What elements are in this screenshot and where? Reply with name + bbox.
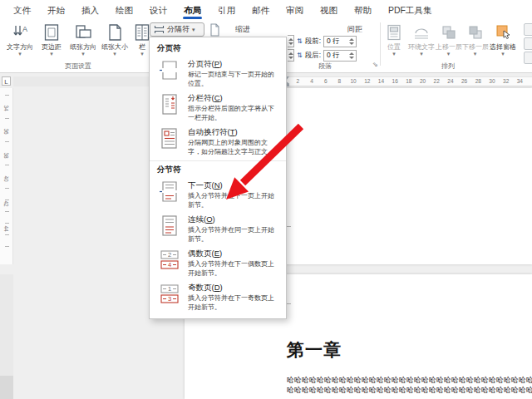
svg-text:1: 1	[168, 285, 171, 293]
document-icon	[209, 23, 220, 37]
tab-draw[interactable]: 绘图	[107, 0, 141, 20]
arrange-group-label: 排列	[382, 62, 515, 71]
breaks-icon	[154, 24, 165, 35]
paper-size-icon	[100, 22, 130, 43]
spacing-after-label: 段后:	[305, 51, 321, 61]
text-direction-icon: A	[5, 22, 35, 43]
paragraph-group-label: 段落	[279, 62, 371, 71]
menu-item-next-page[interactable]: 下一页(N) 插入分节符并在下一页上开始新节。	[150, 178, 286, 212]
wrap-text-button[interactable]: 环绕文字 ▾	[408, 22, 435, 57]
paragraph-dialog-launcher[interactable]: ⇘	[372, 61, 378, 68]
breaks-dropdown-menu: 分页符 分页符(P) 标记一页结束与下一页开始的位置。 分栏符(C) 指示分栏	[149, 37, 287, 319]
page-break-icon	[159, 59, 180, 81]
menu-item-column-break[interactable]: 分栏符(C) 指示分栏符后面的文字将从下一栏开始。	[150, 91, 286, 125]
body-text-line[interactable]: 哈哈哈哈哈哈哈哈哈哈哈哈哈哈哈哈哈哈哈哈哈哈哈哈哈哈哈哈哈哈哈哈哈哈哈哈	[287, 385, 532, 395]
menu-item-odd-page[interactable]: 1 3 奇数页(D) 插入分节符并在下一奇数页上开始新节。	[150, 280, 286, 314]
paper-size-button[interactable]: 纸张大小 ▾	[100, 22, 130, 57]
increment-icon[interactable]	[349, 38, 354, 41]
continuous-section-break-icon	[159, 214, 180, 237]
bring-forward-icon	[436, 22, 461, 43]
spacing-before-label: 段前:	[305, 37, 321, 47]
page-breaks-section-header: 分页符	[150, 40, 286, 57]
tab-references[interactable]: 引用	[209, 0, 244, 20]
tab-selector[interactable]: L	[2, 76, 11, 86]
rotate-button[interactable]	[524, 52, 532, 64]
chevron-down-icon: ▾	[489, 51, 517, 57]
position-button[interactable]: 位置 ▾	[382, 22, 406, 57]
bring-forward-button[interactable]: 上移一层 ▾	[436, 22, 461, 57]
menu-item-page-break[interactable]: 分页符(P) 标记一页结束与下一页开始的位置。	[150, 57, 286, 91]
tab-view[interactable]: 视图	[312, 0, 346, 20]
page-setup-group-label: 页面设置	[12, 62, 145, 71]
tab-file[interactable]: 文件	[5, 0, 39, 20]
vertical-ruler-page2	[0, 274, 13, 399]
svg-text:3: 3	[168, 295, 171, 303]
menu-item-text-wrapping[interactable]: 自动换行符(T) 分隔网页上的对象周围的文字，如分隔题注文字与正文。	[150, 125, 286, 159]
svg-text:A: A	[22, 25, 27, 33]
tab-review[interactable]: 审阅	[278, 0, 312, 20]
chevron-down-icon: ▾	[37, 51, 66, 57]
margins-icon	[37, 22, 66, 43]
tab-mailings[interactable]: 邮件	[244, 0, 278, 20]
chapter-heading[interactable]: 第一章	[287, 338, 342, 362]
even-page-section-break-icon: 2 4	[159, 249, 180, 271]
text-direction-button[interactable]: A 文字方向 ▾	[5, 22, 35, 57]
orientation-button[interactable]: 纸张方向 ▾	[68, 22, 98, 57]
tab-design[interactable]: 设计	[141, 0, 175, 20]
tab-home[interactable]: 开始	[39, 0, 73, 20]
indent-left-field[interactable]	[288, 49, 294, 62]
menu-item-even-page[interactable]: 2 4 偶数页(E) 插入分节符并在下一偶数页上开始新节。	[150, 246, 286, 280]
chevron-down-icon: ▾	[408, 51, 435, 57]
tab-pdf-tools[interactable]: PDF工具集	[380, 0, 441, 20]
chevron-down-icon: ▾	[436, 51, 461, 57]
indent-right-field[interactable]	[288, 35, 294, 47]
spacing-before-icon: ⇅	[297, 37, 303, 46]
send-backward-button[interactable]: 下移一层 ▾	[462, 22, 488, 57]
decrement-icon[interactable]	[349, 57, 354, 59]
spacing-before-field[interactable]: 0 行	[323, 36, 357, 47]
increment-icon[interactable]	[349, 52, 354, 55]
next-page-section-break-icon	[159, 180, 180, 203]
ruler-margin-zone	[0, 376, 13, 399]
chevron-down-icon: ▾	[5, 51, 35, 57]
chevron-down-icon: ▾	[68, 51, 98, 57]
text-wrapping-icon	[159, 127, 180, 150]
group-divider	[380, 22, 381, 66]
section-breaks-section-header: 分节符	[150, 161, 286, 178]
svg-text:2: 2	[168, 251, 171, 259]
tab-insert[interactable]: 插入	[73, 0, 107, 20]
send-backward-icon	[462, 22, 488, 43]
indent-label: 缩进	[235, 24, 250, 35]
selection-pane-button[interactable]: 选择窗格 ▾	[489, 22, 517, 57]
menu-item-continuous[interactable]: 连续(O) 插入分节符并在同一页上开始新节。	[150, 212, 286, 246]
spacing-after-field[interactable]: 0 行	[323, 50, 357, 62]
spacing-after-icon: ⇅	[297, 52, 303, 60]
spacing-label: 间距	[347, 24, 362, 35]
chevron-down-icon: ▾	[382, 51, 406, 57]
app-menubar: 文件 开始 插入 绘图 设计 布局 引用 邮件 审阅 视图 帮助 PDF工具集	[0, 0, 532, 20]
vertical-ruler[interactable]: 34 36 38 40 42 44	[0, 88, 13, 264]
chevron-down-icon: ▾	[192, 27, 195, 33]
chevron-down-icon: ▾	[100, 51, 130, 57]
decrement-icon[interactable]	[349, 42, 354, 45]
group-button[interactable]	[524, 37, 532, 50]
orientation-icon	[68, 22, 98, 43]
ruler-numbers: 246 81012 141618 202224 262830 3234	[291, 76, 527, 86]
breaks-button[interactable]: 分隔符 ▾	[150, 22, 204, 37]
svg-text:4: 4	[168, 261, 171, 268]
align-button[interactable]	[524, 23, 532, 36]
tab-help[interactable]: 帮助	[346, 0, 380, 20]
column-break-icon	[159, 93, 180, 116]
selection-pane-icon	[489, 22, 517, 43]
tab-layout[interactable]: 布局	[175, 0, 209, 20]
wrap-text-icon	[408, 22, 435, 43]
chevron-down-icon: ▾	[462, 51, 488, 57]
margins-button[interactable]: 页边距 ▾	[37, 22, 66, 57]
position-icon	[382, 22, 406, 43]
odd-page-section-break-icon: 1 3	[159, 283, 180, 305]
body-text-line[interactable]: 哈哈哈哈哈哈哈哈哈哈哈哈哈哈哈哈哈哈哈哈哈哈哈哈哈哈哈哈哈哈哈哈哈哈哈哈	[287, 375, 532, 385]
